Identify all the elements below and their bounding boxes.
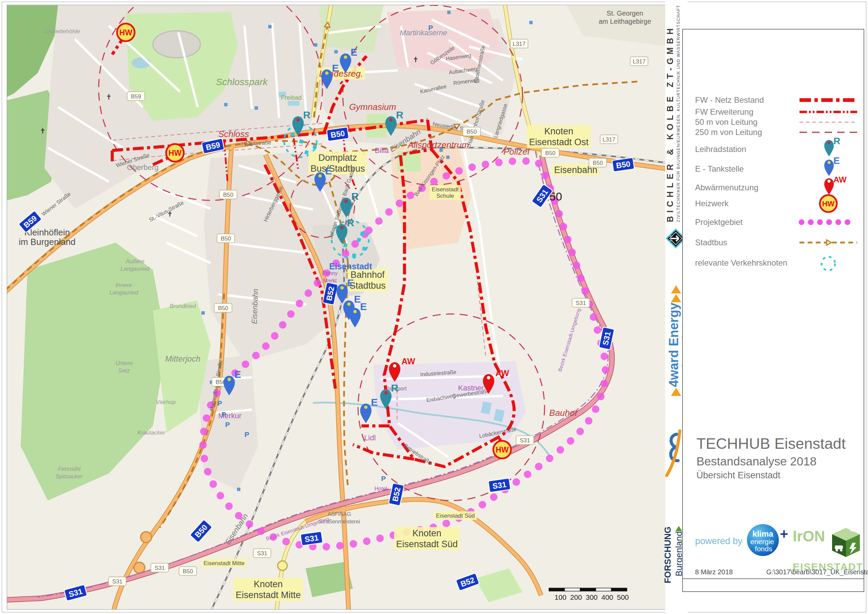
- map-label: Polizei: [504, 146, 530, 157]
- map-label: Eisenbahn: [250, 289, 260, 324]
- parking-icon: P: [222, 410, 226, 418]
- route-shield: B50: [463, 127, 480, 136]
- legend-item-knoten: relevante Verkehrsknoten: [695, 255, 857, 271]
- map-canvas[interactable]: St. Georgenam LeithagebirgeMartinkaserne…: [7, 5, 666, 609]
- legend-symbol-knoten-icon: [797, 255, 860, 271]
- map-label: Oberberg: [127, 163, 159, 172]
- svg-text:B50: B50: [218, 305, 228, 311]
- svg-text:R: R: [347, 217, 354, 228]
- legend-item-buffer-250: 250 m von Leitung: [695, 124, 857, 140]
- route-shield: S31: [488, 478, 511, 492]
- iron-text: IrON: [793, 528, 825, 545]
- svg-text:HW: HW: [822, 199, 835, 208]
- route-shield: B50: [219, 190, 237, 199]
- iron-cube-icon: [831, 527, 861, 559]
- svg-text:R: R: [396, 109, 403, 120]
- heizwerk-marker-icon[interactable]: HW: [117, 24, 135, 41]
- svg-text:AW: AW: [834, 175, 846, 184]
- route-shield: B50: [612, 157, 634, 172]
- scalebar-tick-label: 500: [617, 593, 629, 601]
- svg-text:E: E: [325, 165, 332, 176]
- route-shield: S31: [301, 531, 323, 546]
- map-label: Vierhop: [156, 399, 176, 406]
- heizwerk-marker-icon[interactable]: HW: [493, 441, 511, 459]
- map-label: Gymnasium: [349, 102, 396, 112]
- route-shield: B50: [541, 149, 559, 157]
- svg-text:R: R: [303, 109, 311, 120]
- plan-file-path: G:\3017\bearb\3017_ÜK_Eisenstadt_2018030…: [766, 568, 868, 576]
- svg-text:AW: AW: [401, 356, 415, 366]
- route-shield: B50: [214, 304, 232, 312]
- legend-symbol-dots-icon: [797, 215, 860, 230]
- svg-text:S31: S31: [520, 437, 530, 444]
- parking-icon: P: [245, 431, 249, 438]
- svg-text:B50: B50: [183, 568, 193, 575]
- map-label: Martinkaserne: [400, 28, 447, 37]
- svg-text:S31: S31: [576, 300, 586, 306]
- svg-text:HW: HW: [496, 445, 509, 454]
- svg-text:E: E: [350, 47, 357, 58]
- svg-text:R: R: [351, 191, 359, 202]
- svg-text:fonds: fonds: [755, 545, 772, 553]
- title-block: TECHHUB Eisenstadt Bestandsanalyse 2018 …: [696, 435, 846, 481]
- iron-eisenstadt-logo: IrON EISENSTADT: [793, 527, 863, 573]
- map-label: Eisenstadt: [329, 261, 372, 271]
- map-label: Allsportzentrum: [407, 140, 469, 150]
- legend-item-label: Leihradstation: [695, 145, 746, 154]
- route-shield: B50: [589, 159, 607, 167]
- svg-text:E: E: [332, 62, 339, 74]
- energy-logo-text: 4ward Energy: [666, 303, 681, 387]
- map-label: Billa: [375, 146, 389, 155]
- svg-text:AW: AW: [495, 368, 509, 378]
- svg-text:S31: S31: [112, 578, 122, 585]
- t3h-logo-icon: [665, 428, 682, 479]
- legend-item-dots: Projektgebiet: [695, 215, 857, 230]
- parking-icon: P: [217, 399, 222, 407]
- route-shield: S31: [108, 577, 126, 586]
- scalebar-tick-label: 400: [601, 593, 613, 601]
- heizwerk-marker-icon[interactable]: HW: [166, 144, 184, 162]
- svg-text:R: R: [834, 136, 840, 146]
- svg-text:energie: energie: [750, 538, 774, 546]
- legend-item-hw: HeizwerkHW: [695, 196, 857, 211]
- legend-item-label: Stadtbus: [695, 238, 727, 247]
- parking-icon: P: [428, 24, 433, 31]
- map-label: Freibad: [281, 94, 301, 101]
- legend-symbol-pin-r-icon: R: [797, 141, 860, 157]
- energy-triangle-icon: [671, 294, 681, 302]
- svg-text:B50: B50: [593, 160, 603, 166]
- map-label: Gloriettehöhle: [44, 28, 80, 34]
- map-label: Brundlried: [169, 303, 196, 309]
- route-shield: B50: [327, 127, 349, 141]
- scalebar-segment: [611, 588, 627, 591]
- legend-item-label: Heizwerk: [695, 199, 728, 208]
- legend-item-pin-aw: AbwärmenutzungAW: [695, 180, 857, 195]
- plan-date: 8 März 2018: [695, 568, 733, 576]
- svg-text:B50: B50: [467, 129, 477, 135]
- legend-item-label: E - Tankstelle: [695, 164, 744, 174]
- map-label: Krautacker: [137, 429, 166, 436]
- svg-text:E: E: [360, 301, 367, 312]
- plan-title: TECHHUB Eisenstadt: [696, 435, 846, 452]
- svg-text:R: R: [391, 382, 398, 393]
- parking-icon: P: [225, 421, 230, 429]
- legend-item-label: FW - Netz Bestand: [695, 95, 764, 105]
- svg-text:klima: klima: [752, 529, 773, 538]
- scalebar-tick-label: 100: [554, 593, 566, 601]
- legend-panel: FW - Netz BestandFW Erweiterung50 m von …: [682, 29, 864, 592]
- legend-item-pin-r: LeihradstationR: [695, 141, 857, 157]
- map-label: Hotel: [374, 486, 387, 491]
- map-label: Lidl: [364, 434, 376, 442]
- klimafonds-plus: +: [780, 526, 788, 542]
- plan-subtitle: Bestandsanalyse 2018: [696, 455, 846, 468]
- route-shield: L317: [600, 135, 618, 144]
- svg-text:L317: L317: [513, 41, 525, 47]
- svg-text:E: E: [347, 277, 354, 288]
- route-shield: L317: [630, 57, 648, 66]
- energy-triangle-icon: [671, 285, 681, 294]
- svg-text:B50: B50: [221, 235, 231, 242]
- svg-text:HW: HW: [169, 149, 182, 157]
- map-label: Mitterjoch: [165, 354, 200, 363]
- svg-text:B50: B50: [545, 150, 555, 156]
- legend-symbol-pin-e-icon: E: [797, 161, 860, 177]
